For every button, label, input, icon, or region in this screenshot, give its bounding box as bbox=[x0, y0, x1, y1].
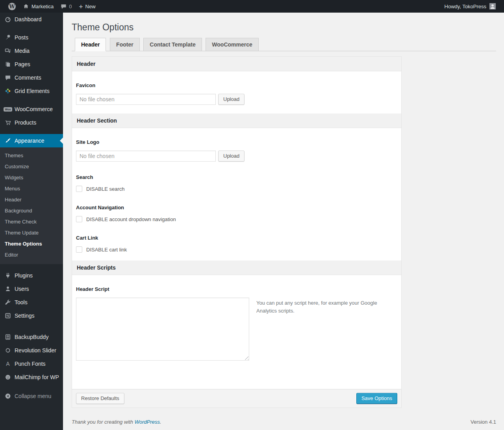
refresh-icon bbox=[4, 347, 12, 354]
section-body-header: Favicon Upload bbox=[72, 71, 401, 114]
disable-search-checkbox-label[interactable]: DISABLE search bbox=[86, 186, 125, 192]
grid-elements-icon bbox=[4, 87, 12, 95]
header-script-hint: You can put any script here, for example… bbox=[256, 298, 378, 315]
thanks-prefix: Thank you for creating with bbox=[72, 419, 135, 425]
page-title: Theme Options bbox=[72, 13, 496, 38]
sliders-icon bbox=[4, 312, 12, 319]
site-name-link[interactable]: Marketica bbox=[19, 0, 57, 13]
sidebar-item-backupbuddy[interactable]: BackupBuddy bbox=[0, 330, 63, 344]
home-icon bbox=[23, 3, 29, 9]
tab-woocommerce[interactable]: WooCommerce bbox=[206, 38, 258, 51]
sidebar-item-pages[interactable]: Pages bbox=[0, 58, 63, 71]
submenu-item-theme-update[interactable]: Theme Update bbox=[0, 227, 63, 238]
sidebar-item-revolution-slider[interactable]: Revolution Slider bbox=[0, 344, 63, 357]
header-script-label: Header Script bbox=[76, 286, 397, 292]
sidebar-label: Revolution Slider bbox=[15, 347, 56, 354]
wordpress-logo-icon: W bbox=[8, 3, 16, 10]
tab-header[interactable]: Header bbox=[75, 38, 106, 51]
sidebar-item-tools[interactable]: Tools bbox=[0, 296, 63, 309]
restore-defaults-button[interactable]: Restore Defaults bbox=[76, 393, 124, 404]
submenu-item-themes[interactable]: Themes bbox=[0, 150, 63, 161]
sidebar-item-products[interactable]: Products bbox=[0, 116, 63, 129]
sidebar-label: BackupBuddy bbox=[15, 333, 48, 341]
sidebar-item-appearance[interactable]: Appearance bbox=[0, 134, 63, 147]
howdy-account-link[interactable]: Howdy, TokoPress bbox=[441, 0, 499, 13]
submenu-item-header[interactable]: Header bbox=[0, 194, 63, 205]
cart-icon bbox=[4, 119, 12, 126]
thanks-period: . bbox=[160, 419, 161, 425]
panel-footer: Restore Defaults Save Options bbox=[72, 389, 401, 408]
sidebar-item-punch-fonts[interactable]: A Punch Fonts bbox=[0, 357, 63, 370]
sidebar-item-comments[interactable]: Comments bbox=[0, 71, 63, 84]
section-body-header-section: Site Logo Upload Search DISABLE search A… bbox=[72, 128, 401, 261]
avatar bbox=[489, 3, 496, 9]
comment-count: 0 bbox=[69, 4, 72, 9]
collapse-menu-button[interactable]: Collapse menu bbox=[0, 389, 63, 403]
admin-sidebar: Dashboard Posts Media Pages Comments Gri… bbox=[0, 13, 63, 430]
new-content-link[interactable]: + New bbox=[76, 0, 99, 13]
wp-logo-menu[interactable]: W bbox=[5, 0, 19, 13]
sidebar-item-posts[interactable]: Posts bbox=[0, 31, 63, 44]
sidebar-item-plugins[interactable]: Plugins bbox=[0, 269, 63, 282]
section-title-header: Header bbox=[72, 57, 401, 71]
comments-admin-link[interactable]: 0 bbox=[57, 0, 75, 13]
sidebar-item-dashboard[interactable]: Dashboard bbox=[0, 13, 63, 26]
sidebar-item-grid-elements[interactable]: Grid Elements bbox=[0, 84, 63, 98]
submenu-item-theme-check[interactable]: Theme Check bbox=[0, 216, 63, 227]
comment-bubble-icon bbox=[61, 4, 67, 9]
disable-cart-link-checkbox-label[interactable]: DISABLE cart link bbox=[86, 247, 127, 253]
favicon-upload-button[interactable]: Upload bbox=[218, 94, 245, 105]
theme-options-panel: Header Favicon Upload Header Section Sit… bbox=[72, 56, 402, 408]
submenu-item-editor[interactable]: Editor bbox=[0, 249, 63, 261]
sidebar-label: Punch Fonts bbox=[15, 360, 46, 367]
submenu-item-background[interactable]: Background bbox=[0, 205, 63, 216]
submenu-item-menus[interactable]: Menus bbox=[0, 183, 63, 194]
howdy-text: Howdy, TokoPress bbox=[445, 4, 486, 9]
sidebar-item-media[interactable]: Media bbox=[0, 44, 63, 58]
sidebar-label: Settings bbox=[15, 312, 35, 319]
submenu-item-customize[interactable]: Customize bbox=[0, 161, 63, 172]
disable-account-nav-checkbox-label[interactable]: DISABLE account dropdown navigation bbox=[86, 216, 176, 222]
site-logo-upload-button[interactable]: Upload bbox=[218, 151, 245, 162]
comments-icon bbox=[4, 74, 12, 81]
sidebar-label: MailChimp for WP bbox=[15, 374, 59, 381]
new-label: New bbox=[85, 4, 96, 9]
plug-icon bbox=[4, 272, 12, 279]
disable-search-checkbox[interactable] bbox=[76, 186, 82, 192]
admin-bar: W Marketica 0 + New Howdy, TokoPress bbox=[0, 0, 504, 13]
disable-account-nav-checkbox[interactable] bbox=[76, 216, 82, 222]
sidebar-label: WooCommerce bbox=[15, 106, 53, 113]
site-logo-file-input[interactable] bbox=[76, 151, 216, 162]
account-navigation-label: Account Navigation bbox=[76, 205, 397, 210]
wordpress-link[interactable]: WordPress bbox=[135, 419, 160, 425]
monkey-icon bbox=[4, 374, 12, 381]
sidebar-label: Grid Elements bbox=[15, 87, 50, 95]
woocommerce-icon: Woo bbox=[4, 106, 12, 113]
sidebar-item-woocommerce[interactable]: Woo WooCommerce bbox=[0, 102, 63, 116]
letter-a-icon: A bbox=[4, 360, 12, 367]
sidebar-label: Comments bbox=[15, 74, 41, 81]
sidebar-label: Plugins bbox=[15, 272, 33, 279]
sidebar-label: Appearance bbox=[15, 137, 44, 144]
favicon-label: Favicon bbox=[76, 82, 397, 88]
favicon-file-input[interactable] bbox=[76, 94, 216, 105]
footer-thanks-text: Thank you for creating with WordPress. bbox=[72, 419, 161, 425]
save-options-button[interactable]: Save Options bbox=[356, 393, 397, 404]
tab-bar: Header Footer Contact Template WooCommer… bbox=[72, 38, 496, 51]
pages-icon bbox=[4, 61, 12, 68]
sidebar-label: Dashboard bbox=[15, 16, 42, 23]
submenu-item-widgets[interactable]: Widgets bbox=[0, 172, 63, 183]
sidebar-label: Media bbox=[15, 47, 30, 54]
sidebar-item-mailchimp[interactable]: MailChimp for WP bbox=[0, 370, 63, 384]
tab-footer[interactable]: Footer bbox=[110, 38, 140, 51]
section-title-header-section: Header Section bbox=[72, 114, 401, 128]
dashboard-icon bbox=[4, 16, 12, 23]
disable-cart-link-checkbox[interactable] bbox=[76, 246, 82, 253]
sidebar-label: Tools bbox=[15, 299, 28, 306]
submenu-item-theme-options[interactable]: Theme Options bbox=[0, 238, 63, 249]
sidebar-item-users[interactable]: Users bbox=[0, 282, 63, 296]
header-script-textarea[interactable] bbox=[76, 298, 249, 361]
sidebar-item-settings[interactable]: Settings bbox=[0, 309, 63, 322]
tab-contact-template[interactable]: Contact Template bbox=[143, 38, 202, 51]
plus-icon: + bbox=[79, 3, 83, 10]
